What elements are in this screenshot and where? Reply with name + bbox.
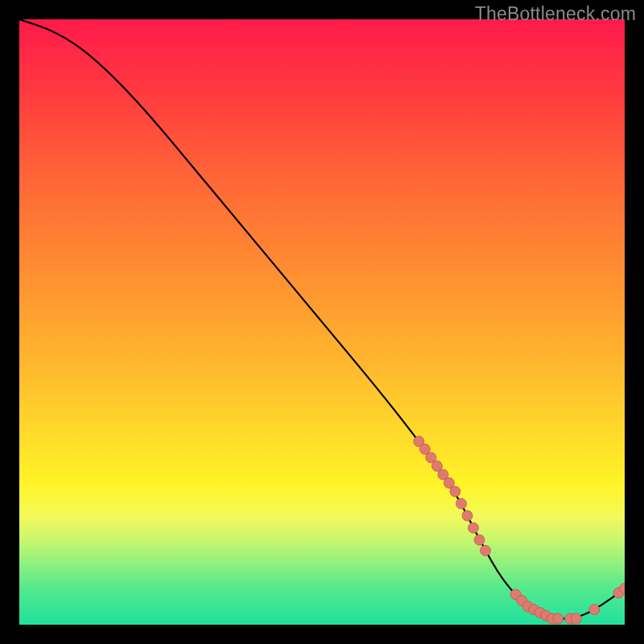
chart-overlay bbox=[19, 19, 625, 625]
data-marker bbox=[474, 535, 485, 545]
data-marker bbox=[589, 605, 600, 615]
bottleneck-curve bbox=[19, 19, 625, 619]
data-markers bbox=[414, 436, 625, 624]
data-marker bbox=[571, 613, 581, 624]
data-marker bbox=[456, 498, 467, 509]
data-marker bbox=[462, 510, 473, 521]
watermark-text: TheBottleneck.com bbox=[475, 3, 636, 25]
plot-area bbox=[19, 19, 625, 625]
data-marker bbox=[469, 522, 479, 533]
data-marker bbox=[450, 486, 460, 497]
data-marker bbox=[553, 613, 564, 624]
data-marker bbox=[481, 545, 491, 555]
